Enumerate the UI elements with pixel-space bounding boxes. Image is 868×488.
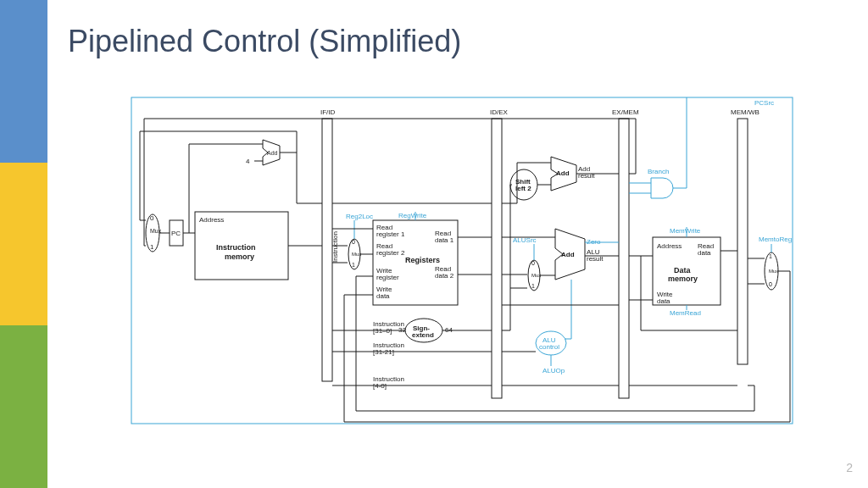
svg-text:MemRead: MemRead [670, 309, 701, 317]
svg-text:Address: Address [657, 242, 682, 250]
svg-text:Instruction: Instruction [331, 231, 339, 263]
svg-text:IF/ID: IF/ID [320, 108, 336, 116]
svg-text:4: 4 [246, 158, 250, 165]
svg-text:register 2: register 2 [376, 249, 405, 257]
svg-text:Add: Add [561, 251, 575, 258]
svg-text:1: 1 [352, 262, 355, 268]
svg-text:memory: memory [225, 252, 254, 261]
svg-text:PC: PC [171, 230, 181, 237]
svg-text:MEM/WB: MEM/WB [731, 108, 760, 116]
slide-title: Pipelined Control (Simplified) [68, 24, 461, 59]
svg-text:MemtoReg: MemtoReg [759, 236, 792, 243]
svg-text:left 2: left 2 [515, 185, 531, 192]
svg-text:EX/MEM: EX/MEM [612, 108, 639, 116]
svg-text:PCSrc: PCSrc [754, 99, 774, 107]
svg-text:result: result [578, 172, 595, 180]
svg-text:register: register [376, 274, 399, 281]
svg-text:register 1: register 1 [376, 230, 405, 238]
slide-sidebar [0, 0, 47, 488]
datapath-diagram: IF/ID ID/EX EX/MEM MEM/WB 0 Mux 1 PC Add… [127, 93, 797, 432]
svg-text:Branch: Branch [648, 168, 669, 175]
sidebar-stripe-blue [0, 0, 47, 163]
svg-text:Mux: Mux [769, 269, 778, 274]
svg-text:Mux: Mux [352, 252, 361, 257]
svg-text:data: data [376, 292, 390, 300]
sidebar-stripe-green [0, 325, 47, 488]
svg-text:Instruction: Instruction [216, 243, 256, 252]
idex-reg [492, 119, 502, 398]
svg-text:ALUOp: ALUOp [542, 367, 565, 374]
page-number: 2 [846, 461, 853, 474]
svg-text:data 2: data 2 [435, 272, 454, 280]
svg-text:Reg2Loc: Reg2Loc [346, 213, 373, 220]
svg-text:Mux: Mux [531, 273, 541, 278]
exmem-reg [619, 119, 629, 398]
svg-text:0: 0 [769, 281, 772, 287]
svg-text:control: control [539, 343, 559, 351]
svg-text:1: 1 [531, 283, 535, 289]
svg-text:0: 0 [531, 260, 535, 266]
branch-and-gate [651, 178, 673, 198]
svg-text:1: 1 [769, 253, 772, 259]
svg-text:Add: Add [267, 150, 278, 156]
svg-text:Data: Data [674, 266, 692, 274]
svg-text:data: data [698, 249, 711, 257]
memwb-reg [737, 119, 748, 364]
svg-text:RegWrite: RegWrite [398, 212, 427, 219]
svg-text:data 1: data 1 [435, 236, 454, 244]
svg-text:ID/EX: ID/EX [490, 108, 509, 116]
svg-text:Address: Address [199, 216, 224, 224]
svg-text:extend: extend [412, 331, 434, 339]
svg-text:data: data [657, 297, 670, 305]
svg-text:memory: memory [668, 274, 698, 283]
svg-text:Add: Add [556, 169, 570, 177]
sidebar-stripe-yellow [0, 163, 47, 325]
svg-text:0: 0 [352, 239, 355, 245]
svg-text:MemWrite: MemWrite [670, 227, 701, 235]
svg-text:1: 1 [150, 243, 154, 251]
svg-text:Registers: Registers [405, 256, 440, 264]
svg-text:0: 0 [150, 214, 154, 222]
